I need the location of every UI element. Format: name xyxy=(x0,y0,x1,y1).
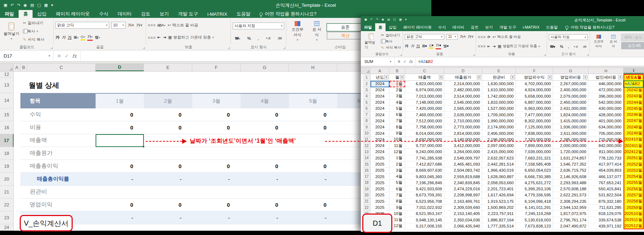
cell-H18[interactable] xyxy=(289,147,337,160)
dialog-launcher-icon[interactable] xyxy=(400,54,402,56)
cell-G25[interactable]: 2,047,490,872 xyxy=(553,223,589,229)
col-header-H[interactable]: H xyxy=(589,68,624,74)
cell-F20[interactable]: 4,779,336,595 xyxy=(516,192,553,198)
cell-H7[interactable]: 428,000,000 xyxy=(589,112,624,118)
cell-G18[interactable] xyxy=(241,147,289,160)
cell-G9[interactable]: 1,936,000,000 xyxy=(553,124,589,130)
bold-button[interactable]: 가 xyxy=(55,35,59,40)
col-header-F[interactable]: F xyxy=(516,68,553,74)
cell-F11[interactable]: 7,320,000,000 xyxy=(516,137,553,143)
row-header-16[interactable]: 16 xyxy=(0,121,14,134)
format-as-table-button[interactable]: 표 서식 xyxy=(607,32,619,51)
cell-H4[interactable]: 396,000,000 xyxy=(589,93,624,99)
font-color-button[interactable]: 가▾ xyxy=(87,34,93,41)
cell-E11[interactable]: 2,196,000,000 xyxy=(482,137,516,143)
cell-C16[interactable]: 8,669,607,630 xyxy=(405,167,444,173)
cell-F25[interactable]: 7,673,838,123 xyxy=(516,223,553,229)
wrap-text-button[interactable]: ↩텍스트 줄 바꿈 xyxy=(168,23,198,28)
cell-H15[interactable]: 0 xyxy=(289,108,337,121)
comma-button[interactable]: , xyxy=(568,45,569,49)
cell-E12[interactable]: 2,097,000,000 xyxy=(482,143,516,149)
cell-E17[interactable]: 1,628,060,887 xyxy=(482,173,516,180)
cell-H3[interactable]: 472,000,000 xyxy=(589,87,624,93)
cell-D12[interactable]: 3,412,000,000 xyxy=(444,143,482,149)
row-header-12[interactable]: 12 xyxy=(0,72,14,78)
cell-H16[interactable]: 0 xyxy=(289,121,337,134)
month-header-4[interactable]: 4월 xyxy=(241,93,289,108)
cell-A11[interactable]: 2024 xyxy=(371,137,389,143)
cell-A5[interactable]: 2024 xyxy=(371,99,389,106)
month-header-5[interactable]: 5월 xyxy=(289,93,337,108)
cell-E22[interactable]: 1,500,869,202 xyxy=(482,205,516,211)
cell-A7[interactable]: 2024 xyxy=(371,112,389,118)
row-header-13[interactable]: 13 xyxy=(363,149,371,155)
cell-A21[interactable]: 2025 xyxy=(371,199,389,205)
ribbon-tab-10[interactable]: 도움말 xyxy=(232,10,255,18)
cut-button[interactable]: ✂잘라내기 xyxy=(381,33,401,38)
row-label[interactable]: 매출액 xyxy=(20,134,96,147)
col-header-E[interactable]: E xyxy=(144,64,192,71)
cell-I8[interactable]: 20247월 xyxy=(624,118,644,124)
fill-color-button[interactable]: ◇▾ xyxy=(429,43,434,49)
cell-H5[interactable]: 542,000,000 xyxy=(589,99,624,106)
orientation-button[interactable]: ⟳ xyxy=(487,35,490,39)
cell-D20[interactable]: 2,208,998,997 xyxy=(444,192,482,198)
cell-C10[interactable]: 8,014,000,000 xyxy=(405,130,444,136)
cell-G15[interactable]: 0 xyxy=(241,108,289,121)
row-header-13[interactable]: 13 xyxy=(0,78,14,93)
cell-G20[interactable]: 2,622,291,573 xyxy=(553,192,589,198)
cell-E19[interactable]: 2,201,723,401 xyxy=(482,186,516,192)
cell-D16[interactable]: 0 xyxy=(96,121,144,134)
cell-C14[interactable]: 7,741,285,938 xyxy=(405,155,444,161)
row-header-6[interactable]: 6 xyxy=(363,106,371,112)
cell-H19[interactable]: 0 xyxy=(289,160,337,173)
percent-button[interactable]: % xyxy=(247,36,251,40)
cell-F15[interactable]: 7,158,585,408 xyxy=(516,161,553,167)
cell-I10[interactable]: 20249월 xyxy=(624,130,644,136)
col-header-D[interactable]: D xyxy=(444,68,482,74)
merge-center-button[interactable]: ▦병합하고 가운데 맞춤▾ xyxy=(498,44,540,49)
cell-G13[interactable]: 1,720,000,000 xyxy=(553,149,589,155)
cell-F12[interactable]: 7,899,000,000 xyxy=(516,143,553,149)
col-header-E[interactable]: E xyxy=(482,68,516,74)
row-label[interactable]: 비용 xyxy=(20,121,96,134)
select-all-corner[interactable] xyxy=(0,64,14,71)
cell-D6[interactable]: 2,565,000,000 xyxy=(444,106,482,112)
format-as-table-button[interactable]: 표 서식 ▾ xyxy=(309,19,325,44)
dialog-launcher-icon[interactable] xyxy=(143,47,145,49)
format-painter-button[interactable]: ✎서식 복사 xyxy=(23,37,44,42)
cell-F15[interactable]: 0 xyxy=(192,108,241,121)
month-header-1[interactable]: 1월 xyxy=(96,93,144,108)
cell-F6[interactable]: 6,963,000,000 xyxy=(516,106,553,112)
cell-B8[interactable]: 7월 xyxy=(389,118,405,124)
cell-I18[interactable]: 20255월 xyxy=(624,180,644,186)
row-header-19[interactable]: 19 xyxy=(363,186,371,192)
qat-more-icon[interactable]: ▾ xyxy=(405,18,407,21)
grid-header-D[interactable]: 매출원가▼ xyxy=(444,74,482,81)
ribbon-tab-4[interactable]: 수식 xyxy=(435,23,449,31)
cell-A3[interactable]: 2024 xyxy=(371,87,389,93)
left-align-button[interactable]: ≡ ≡ ≡ xyxy=(478,44,485,48)
cell-style-2[interactable]: 강조색5 xyxy=(621,42,644,49)
cell-C11[interactable]: 8,692,000,000 xyxy=(405,137,444,143)
cancel-icon[interactable]: ✕ xyxy=(397,59,401,64)
cell-F22[interactable]: 0 xyxy=(192,199,241,211)
cell-F10[interactable]: 7,838,000,000 xyxy=(516,130,553,136)
row-label[interactable]: 판관비 xyxy=(20,186,96,199)
row-header-20[interactable]: 20 xyxy=(0,173,14,186)
ribbon-tab-5[interactable]: 데이터 xyxy=(113,10,136,18)
cell-D15[interactable]: 2,465,481,093 xyxy=(444,161,482,167)
cell-F23[interactable]: - xyxy=(192,211,241,224)
cell-A14[interactable]: 2025 xyxy=(371,155,389,161)
row-header-18[interactable]: 18 xyxy=(0,147,14,160)
cell-G22[interactable]: 2,544,132,959 xyxy=(553,205,589,211)
cell-H19[interactable]: 550,415,841 xyxy=(589,186,624,192)
filter-button[interactable]: ▼ xyxy=(439,75,443,79)
italic-button[interactable]: 가 xyxy=(411,44,414,49)
cell-F22[interactable]: 6,141,011,291 xyxy=(516,205,553,211)
cell-F21[interactable]: 6,104,096,418 xyxy=(516,199,553,205)
cell-B3[interactable]: 2월 xyxy=(389,87,405,93)
cell-E7[interactable]: 1,709,000,000 xyxy=(482,112,516,118)
cell-E3[interactable]: 1,610,000,000 xyxy=(482,87,516,93)
cell-C8[interactable]: 7,512,000,000 xyxy=(405,118,444,124)
